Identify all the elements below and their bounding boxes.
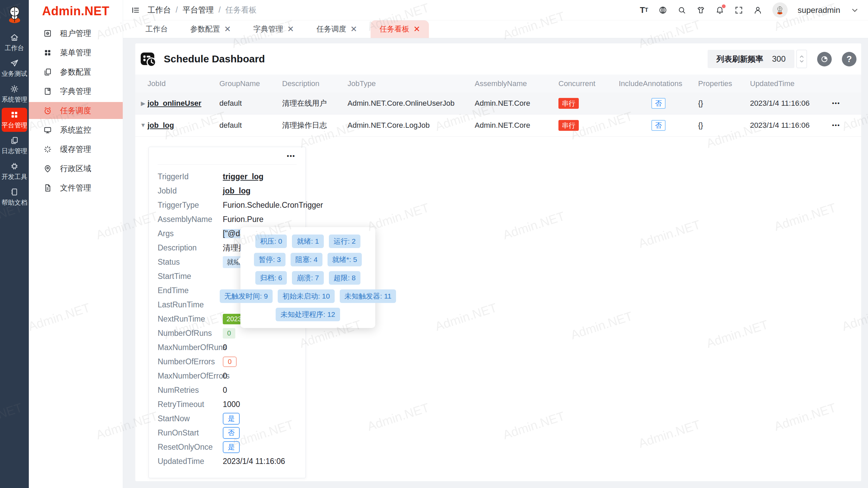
include-annotations-badge: 否: [651, 98, 666, 109]
rail-item-workbench[interactable]: 工作台: [2, 30, 27, 55]
start-now-badge: 是: [223, 413, 240, 425]
notification-badge: [722, 4, 726, 8]
sidebar-item-label: 参数配置: [60, 67, 91, 77]
tab-params[interactable]: 参数配置 ✕: [181, 20, 240, 38]
dashboard-header: Schedule Dashboard 列表刷新频率 300: [135, 43, 861, 75]
close-icon[interactable]: ✕: [350, 25, 357, 33]
column-header: UpdatedTime: [750, 79, 832, 88]
search-icon[interactable]: [677, 6, 686, 15]
trigger-id-link[interactable]: trigger_log: [223, 172, 263, 181]
number-of-runs-badge: 0: [223, 328, 235, 339]
sidebar-item-region[interactable]: 行政区域: [29, 160, 123, 177]
sidebar-item-monitor[interactable]: 系统监控: [29, 121, 123, 138]
column-header: JobId: [147, 79, 219, 88]
sidebar-item-files[interactable]: 文件管理: [29, 179, 123, 196]
tooltip-row: 无触发时间: 9 初始未启动: 10 未知触发器: 11: [245, 289, 371, 303]
row-actions-ellipsis-icon[interactable]: •••: [832, 122, 861, 129]
sidebar-item-cache[interactable]: 缓存管理: [29, 141, 123, 158]
tab-schedule-dashboard[interactable]: 任务看板 ✕: [371, 20, 429, 38]
rail-item-business-test[interactable]: 业务测试: [2, 56, 27, 80]
stepper-down-icon[interactable]: [800, 60, 804, 63]
status-pill: 初始未启动: 10: [278, 289, 335, 303]
caret-down-icon[interactable]: ▼: [139, 122, 147, 129]
table-row[interactable]: ▼ job_log default 清理操作日志 Admin.NET.Core.…: [135, 115, 861, 137]
sidebar-item-schedule[interactable]: 任务调度: [29, 102, 123, 119]
detail-label: MaxNumberOfRuns: [158, 343, 223, 352]
loading-spinner-icon: [43, 145, 52, 154]
cell-properties: {}: [698, 99, 750, 108]
sidebar-item-label: 系统监控: [60, 125, 91, 135]
cell-assembly: Admin.NET.Core: [475, 99, 558, 108]
detail-row: TriggerType Furion.Schedule.CronTrigger: [158, 198, 297, 212]
rail-item-help-docs[interactable]: 帮助文档: [2, 185, 27, 209]
caret-right-icon[interactable]: ▶: [139, 100, 147, 107]
job-id-link[interactable]: job_log: [223, 186, 251, 196]
tab-schedule[interactable]: 任务调度 ✕: [308, 20, 366, 38]
rail-item-system-mgmt[interactable]: 系统管理: [2, 82, 27, 106]
tab-bar: 工作台 参数配置 ✕ 字典管理 ✕ 任务调度 ✕ 任务看板 ✕: [123, 20, 868, 38]
fullscreen-icon[interactable]: [734, 6, 743, 15]
sidebar-item-label: 缓存管理: [60, 144, 91, 155]
tab-label: 任务看板: [379, 24, 409, 34]
detail-label: UpdatedTime: [158, 457, 223, 466]
grid-icon: [10, 110, 19, 119]
cell-properties: {}: [698, 121, 750, 130]
gear-icon: [10, 84, 19, 94]
sidebar-item-tenant[interactable]: 租户管理: [29, 25, 123, 42]
user-avatar[interactable]: [772, 2, 788, 18]
detail-label: ResetOnlyOnce: [158, 443, 223, 452]
table-header-row: JobId GroupName Description JobType Asse…: [135, 75, 861, 93]
close-icon[interactable]: ✕: [287, 25, 294, 33]
column-header: AssemblyName: [475, 79, 558, 88]
detail-label: Status: [158, 258, 223, 267]
row-actions-ellipsis-icon[interactable]: •••: [832, 100, 861, 107]
timer-clock-button[interactable]: [817, 52, 832, 66]
breadcrumb-item[interactable]: 工作台: [147, 5, 171, 15]
detail-label: NumberOfRuns: [158, 329, 223, 338]
table-row[interactable]: ▶ job_onlineUser default 清理在线用户 Admin.NE…: [135, 93, 861, 115]
refresh-rate-input[interactable]: 列表刷新频率 300: [708, 50, 794, 68]
column-header: GroupName: [219, 79, 282, 88]
close-icon[interactable]: ✕: [413, 25, 420, 33]
paper-plane-icon: [10, 59, 19, 68]
tab-dictionary[interactable]: 字典管理 ✕: [244, 20, 303, 38]
refresh-rate-value[interactable]: 300: [772, 54, 786, 64]
notification-bell-icon[interactable]: [715, 6, 724, 15]
detail-label: NumRetries: [158, 386, 223, 395]
breadcrumb-item[interactable]: 平台管理: [182, 5, 214, 15]
chevron-down-icon[interactable]: [850, 6, 859, 15]
status-pill: 就绪*: 5: [328, 253, 362, 266]
rail-item-label: 开发工具: [2, 172, 27, 181]
app-logo[interactable]: [5, 5, 24, 24]
cell-job-id[interactable]: job_log: [147, 121, 219, 130]
rail-item-log-mgmt[interactable]: 日志管理: [2, 134, 27, 158]
stepper-up-icon[interactable]: [800, 55, 804, 58]
sidebar-item-label: 任务调度: [60, 105, 91, 116]
monitor-icon: [43, 125, 52, 135]
sidebar-item-menu[interactable]: 菜单管理: [29, 44, 123, 61]
language-icon[interactable]: [658, 6, 667, 15]
detail-label: TriggerType: [158, 201, 223, 210]
rail-item-dev-tools[interactable]: 开发工具: [2, 159, 27, 183]
detail-label: NumberOfErrors: [158, 357, 223, 366]
cell-job-id[interactable]: job_onlineUser: [147, 99, 219, 108]
detail-value: Furion.Schedule.CronTrigger: [223, 201, 323, 210]
font-size-icon[interactable]: TT: [640, 6, 648, 14]
close-icon[interactable]: ✕: [224, 25, 231, 33]
rail-item-platform-mgmt[interactable]: 平台管理: [2, 108, 27, 132]
status-pill: 无触发时间: 9: [220, 289, 273, 303]
cell-description: 清理在线用户: [282, 98, 348, 108]
sidebar-item-dictionary[interactable]: 字典管理: [29, 83, 123, 100]
username[interactable]: superadmin: [798, 5, 840, 15]
menu-grid-icon: [43, 48, 52, 57]
detail-actions-ellipsis-icon[interactable]: •••: [287, 152, 295, 160]
tenant-building-icon: [43, 29, 52, 38]
status-pill: 积压: 0: [255, 235, 287, 248]
theme-shirt-icon[interactable]: [696, 6, 705, 15]
help-button[interactable]: ?: [842, 52, 856, 66]
breadcrumb: 工作台 / 平台管理 / 任务看板: [147, 5, 257, 15]
tab-workbench[interactable]: 工作台: [137, 20, 177, 38]
profile-icon[interactable]: [753, 6, 762, 15]
sidebar-item-params[interactable]: 参数配置: [29, 63, 123, 80]
collapse-menu-icon[interactable]: [131, 6, 140, 15]
